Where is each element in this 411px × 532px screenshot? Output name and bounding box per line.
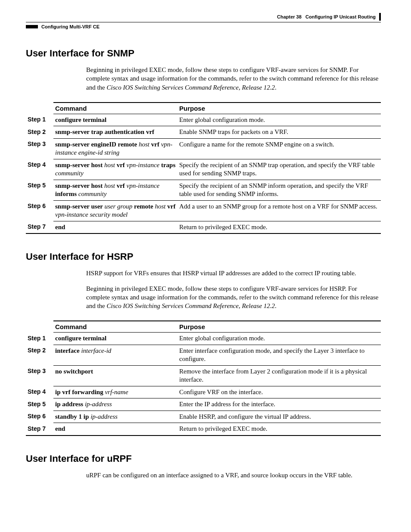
table-row: Step 7endReturn to privileged EXEC mode. — [26, 423, 381, 436]
purpose-cell: Enable SNMP traps for packets on a VRF. — [177, 126, 381, 139]
snmp-steps-table: Command Purpose Step 1configure terminal… — [26, 102, 381, 234]
purpose-cell: Return to privileged EXEC mode. — [177, 221, 381, 233]
command-cell: end — [53, 423, 177, 436]
command-cell: ip vrf forwarding vrf-name — [53, 386, 177, 398]
purpose-cell: Configure a name for the remote SNMP eng… — [177, 138, 381, 159]
table-row: Step 6snmp-server user user group remote… — [26, 200, 381, 221]
step-label: Step 4 — [26, 159, 53, 180]
purpose-cell: Configure VRF on the interface. — [177, 386, 381, 398]
command-cell: snmp-server host host vrf vpn-instance i… — [53, 180, 177, 200]
table-row: Step 1configure terminalEnter global con… — [26, 333, 381, 345]
step-label: Step 6 — [26, 411, 53, 423]
command-cell: snmp-server trap authentication vrf — [53, 126, 177, 139]
step-label: Step 1 — [26, 333, 53, 345]
step-label: Step 5 — [26, 398, 53, 411]
step-label: Step 7 — [26, 423, 53, 436]
command-cell: no switchport — [53, 365, 177, 386]
snmp-intro: Beginning in privileged EXEC mode, follo… — [86, 65, 381, 92]
purpose-cell: Enter the IP address for the interface. — [177, 398, 381, 411]
command-cell: configure terminal — [53, 114, 177, 126]
command-cell: standby 1 ip ip-address — [53, 411, 177, 423]
hsrp-intro-2: Beginning in privileged EXEC mode, follo… — [86, 284, 381, 311]
command-cell: snmp-server engineID remote host vrf vpn… — [53, 138, 177, 159]
table-row: Step 2snmp-server trap authentication vr… — [26, 126, 381, 139]
command-cell: ip address ip-address — [53, 398, 177, 411]
purpose-cell: Return to privileged EXEC mode. — [177, 423, 381, 436]
command-cell: interface interface-id — [53, 345, 177, 365]
section-heading-snmp: User Interface for SNMP — [26, 48, 381, 59]
section-heading-urpf: User Interface for uRPF — [26, 453, 381, 464]
chapter-title: Configuring IP Unicast Routing — [305, 14, 376, 19]
purpose-cell: Enter global configuration mode. — [177, 333, 381, 345]
section-heading-hsrp: User Interface for HSRP — [26, 251, 381, 262]
table-row: Step 5snmp-server host host vrf vpn-inst… — [26, 180, 381, 200]
purpose-cell: Add a user to an SNMP group for a remote… — [177, 200, 381, 221]
table-row: Step 7endReturn to privileged EXEC mode. — [26, 221, 381, 233]
chapter-number: Chapter 38 — [277, 14, 302, 19]
step-label: Step 3 — [26, 365, 53, 386]
table-row: Step 3snmp-server engineID remote host v… — [26, 138, 381, 159]
step-label: Step 4 — [26, 386, 53, 398]
col-purpose: Purpose — [177, 103, 381, 114]
header-marker-icon — [26, 25, 38, 28]
table-row: Step 3no switchportRemove the interface … — [26, 365, 381, 386]
table-row: Step 6standby 1 ip ip-addressEnable HSRP… — [26, 411, 381, 423]
purpose-cell: Remove the interface from Layer 2 config… — [177, 365, 381, 386]
purpose-cell: Enable HSRP, and configure the virtual I… — [177, 411, 381, 423]
step-label: Step 1 — [26, 114, 53, 126]
purpose-cell: Specify the recipient of an SNMP trap op… — [177, 159, 381, 180]
hsrp-steps-table: Command Purpose Step 1configure terminal… — [26, 320, 381, 436]
step-label: Step 2 — [26, 126, 53, 139]
step-label: Step 3 — [26, 138, 53, 159]
header-marker-icon — [379, 13, 381, 21]
hsrp-intro-1: HSRP support for VRFs ensures that HSRP … — [86, 269, 381, 277]
col-purpose: Purpose — [177, 321, 381, 333]
step-label: Step 6 — [26, 200, 53, 221]
table-row: Step 4snmp-server host host vrf vpn-inst… — [26, 159, 381, 180]
running-header: Chapter 38 Configuring IP Unicast Routin… — [26, 13, 381, 31]
purpose-cell: Specify the recipient of an SNMP inform … — [177, 180, 381, 200]
col-command: Command — [53, 103, 177, 114]
command-cell: snmp-server user user group remote host … — [53, 200, 177, 221]
table-row: Step 2interface interface-idEnter interf… — [26, 345, 381, 365]
purpose-cell: Enter global configuration mode. — [177, 114, 381, 126]
step-label: Step 7 — [26, 221, 53, 233]
command-cell: snmp-server host host vrf vpn-instance t… — [53, 159, 177, 180]
col-command: Command — [53, 321, 177, 333]
section-breadcrumb: Configuring Multi-VRF CE — [41, 24, 100, 29]
purpose-cell: Enter interface configuration mode, and … — [177, 345, 381, 365]
urpf-intro: uRPF can be configured on an interface a… — [86, 471, 381, 479]
table-row: Step 1configure terminalEnter global con… — [26, 114, 381, 126]
command-cell: end — [53, 221, 177, 233]
command-cell: configure terminal — [53, 333, 177, 345]
step-label: Step 5 — [26, 180, 53, 200]
table-row: Step 4ip vrf forwarding vrf-nameConfigur… — [26, 386, 381, 398]
step-label: Step 2 — [26, 345, 53, 365]
table-row: Step 5ip address ip-addressEnter the IP … — [26, 398, 381, 411]
